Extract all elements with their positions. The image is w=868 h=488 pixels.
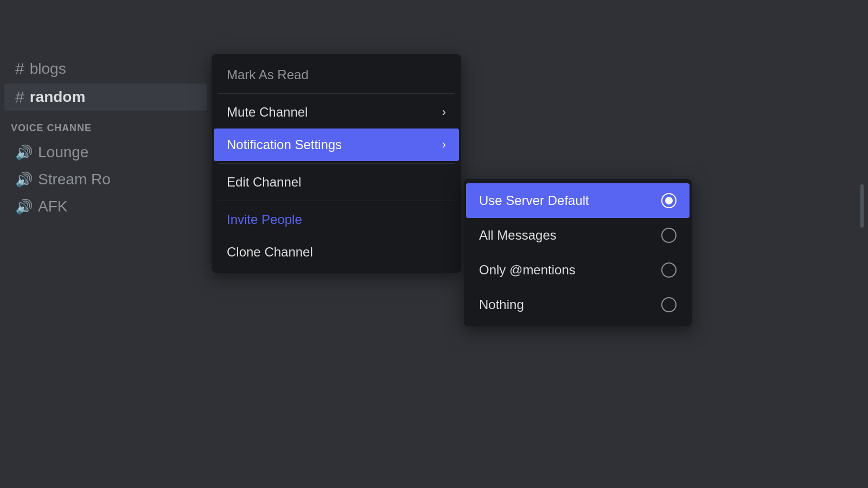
submenu-only-mentions[interactable]: Only @mentions	[466, 253, 690, 287]
voice-afk[interactable]: 🔊 AFK	[4, 194, 207, 220]
channel-random[interactable]: # random	[4, 84, 207, 111]
menu-item-invite-people[interactable]: Invite People	[214, 203, 459, 236]
chevron-right-icon: ›	[442, 138, 446, 152]
sidebar: # blogs # random VOICE CHANNE 🔊 Lounge 🔊…	[0, 0, 212, 488]
radio-unselected-icon	[661, 228, 676, 243]
menu-item-mute-channel[interactable]: Mute Channel ›	[214, 96, 459, 129]
menu-divider-3	[218, 201, 455, 201]
voice-lounge[interactable]: 🔊 Lounge	[4, 139, 207, 165]
menu-item-notification-settings[interactable]: Notification Settings ›	[214, 129, 459, 161]
menu-label: Edit Channel	[227, 175, 301, 190]
speaker-icon: 🔊	[15, 171, 33, 188]
radio-unselected-icon	[661, 297, 676, 312]
submenu-use-server-default[interactable]: Use Server Default	[466, 183, 690, 218]
menu-divider	[218, 93, 455, 94]
menu-label: Notification Settings	[227, 137, 342, 152]
scrollbar[interactable]	[860, 184, 864, 228]
voice-stream[interactable]: 🔊 Stream Ro	[4, 166, 207, 192]
submenu-label: Use Server Default	[479, 193, 589, 208]
channel-blogs[interactable]: # blogs	[4, 55, 207, 82]
submenu-label: Nothing	[479, 297, 524, 312]
submenu-label: Only @mentions	[479, 262, 576, 278]
voice-channel-name: Stream Ro	[38, 171, 111, 188]
speaker-icon: 🔊	[15, 144, 33, 161]
menu-label: Clone Channel	[227, 245, 313, 260]
radio-unselected-icon	[661, 262, 676, 278]
menu-item-edit-channel[interactable]: Edit Channel	[214, 166, 459, 198]
submenu-all-messages[interactable]: All Messages	[466, 218, 690, 253]
menu-item-mark-as-read[interactable]: Mark As Read	[214, 59, 459, 91]
menu-label: Mute Channel	[227, 105, 308, 120]
menu-item-clone-channel[interactable]: Clone Channel	[214, 236, 459, 268]
voice-section-header: VOICE CHANNE	[0, 112, 212, 138]
voice-channel-name: Lounge	[38, 144, 88, 161]
chevron-right-icon: ›	[442, 105, 446, 119]
menu-divider-2	[218, 163, 455, 164]
channel-name: blogs	[30, 60, 66, 78]
submenu-nothing[interactable]: Nothing	[466, 287, 690, 322]
menu-label: Invite People	[227, 212, 302, 227]
voice-channel-name: AFK	[38, 198, 67, 215]
radio-selected-icon	[661, 193, 676, 208]
submenu-label: All Messages	[479, 228, 557, 243]
hash-icon: #	[15, 60, 24, 78]
channel-name: random	[30, 88, 86, 106]
context-menu: Mark As Read Mute Channel › Notification…	[212, 54, 461, 273]
menu-label: Mark As Read	[227, 67, 309, 82]
hash-icon: #	[15, 88, 24, 106]
speaker-icon: 🔊	[15, 198, 33, 215]
notification-submenu: Use Server Default All Messages Only @me…	[464, 179, 692, 326]
